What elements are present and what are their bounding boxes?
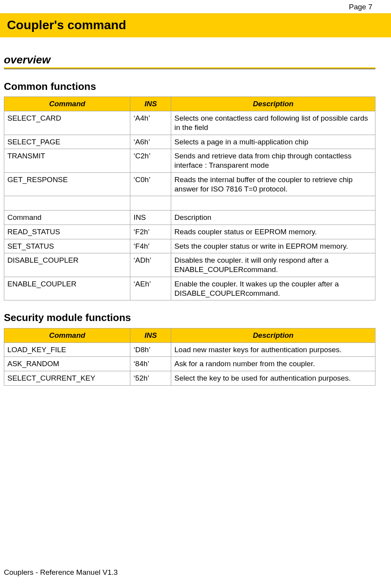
cell-desc: Disables the coupler. it will only respo… xyxy=(171,253,375,277)
col-command: Command xyxy=(4,328,130,342)
cell-ins: ‘D8h’ xyxy=(130,342,171,357)
table-header-row: Command INS Description xyxy=(4,97,375,111)
cell-desc: Enable the coupler. It wakes up the coup… xyxy=(171,277,375,300)
table-row: READ_STATUS‘F2h’Reads coupler status or … xyxy=(4,225,375,239)
cell-cmd: SET_STATUS xyxy=(4,239,130,253)
overview-heading: overview xyxy=(4,53,375,67)
cell-desc: Reads coupler status or EEPROM memory. xyxy=(171,225,375,239)
cell-ins: ‘F2h’ xyxy=(130,225,171,239)
table-row: CommandINSDescription xyxy=(4,211,375,225)
table-row: SET_STATUS‘F4h’Sets the coupler status o… xyxy=(4,239,375,253)
table-header-row: Command INS Description xyxy=(4,328,375,342)
cell-cmd: TRANSMIT xyxy=(4,149,130,173)
cell-desc: Description xyxy=(171,211,375,225)
table-row: TRANSMIT‘C2h’Sends and retrieve data fro… xyxy=(4,149,375,173)
col-ins: INS xyxy=(130,328,171,342)
cell-ins: ‘AEh’ xyxy=(130,277,171,300)
cell-ins xyxy=(130,196,171,211)
col-command: Command xyxy=(4,97,130,111)
cell-ins: ‘C0h’ xyxy=(130,172,171,196)
cell-desc: Selects one contactless card following l… xyxy=(171,111,375,135)
cell-ins: ‘A6h’ xyxy=(130,135,171,149)
common-functions-heading: Common functions xyxy=(4,80,375,93)
cell-cmd: SELECT_CURRENT_KEY xyxy=(4,371,130,386)
page-title: Coupler's command xyxy=(3,17,388,33)
title-band: Coupler's command xyxy=(0,13,391,37)
cell-cmd: DISABLE_COUPLER xyxy=(4,253,130,277)
cell-cmd: SELECT_CARD xyxy=(4,111,130,135)
cell-ins: ‘A4h’ xyxy=(130,111,171,135)
page-number: Page 7 xyxy=(4,0,375,13)
cell-cmd: SELECT_PAGE xyxy=(4,135,130,149)
cell-desc: Sets the coupler status or write in EEPR… xyxy=(171,239,375,253)
heading-divider xyxy=(4,67,375,69)
table-row xyxy=(4,196,375,211)
cell-cmd: READ_STATUS xyxy=(4,225,130,239)
footer-text: Couplers - Reference Manuel V1.3 xyxy=(4,568,118,577)
cell-desc: Selects a page in a multi-application ch… xyxy=(171,135,375,149)
cell-ins: ‘ADh’ xyxy=(130,253,171,277)
security-functions-table: Command INS Description LOAD_KEY_FILE‘D8… xyxy=(4,328,375,386)
cell-ins: INS xyxy=(130,211,171,225)
col-description: Description xyxy=(171,97,375,111)
cell-desc: Sends and retrieve data from chip throug… xyxy=(171,149,375,173)
common-functions-table: Command INS Description SELECT_CARD‘A4h’… xyxy=(4,97,375,300)
table-row: DISABLE_COUPLER‘ADh’Disables the coupler… xyxy=(4,253,375,277)
col-description: Description xyxy=(171,328,375,342)
cell-desc: Ask for a random number from the coupler… xyxy=(171,357,375,371)
cell-cmd: ASK_RANDOM xyxy=(4,357,130,371)
cell-desc: Select the key to be used for authentica… xyxy=(171,371,375,386)
cell-desc: Reads the internal buffer of the coupler… xyxy=(171,172,375,196)
table-row: SELECT_PAGE‘A6h’Selects a page in a mult… xyxy=(4,135,375,149)
table-row: LOAD_KEY_FILE‘D8h’Load new master keys f… xyxy=(4,342,375,357)
cell-cmd: GET_RESPONSE xyxy=(4,172,130,196)
cell-desc xyxy=(171,196,375,211)
cell-cmd: Command xyxy=(4,211,130,225)
cell-ins: ‘F4h’ xyxy=(130,239,171,253)
cell-ins: ‘84h’ xyxy=(130,357,171,371)
security-functions-heading: Security module functions xyxy=(4,311,375,324)
table-row: ENABLE_COUPLER‘AEh’Enable the coupler. I… xyxy=(4,277,375,300)
table-row: GET_RESPONSE‘C0h’Reads the internal buff… xyxy=(4,172,375,196)
col-ins: INS xyxy=(130,97,171,111)
cell-desc: Load new master keys for authentication … xyxy=(171,342,375,357)
table-row: ASK_RANDOM‘84h’Ask for a random number f… xyxy=(4,357,375,371)
cell-cmd xyxy=(4,196,130,211)
cell-cmd: ENABLE_COUPLER xyxy=(4,277,130,300)
table-row: SELECT_CURRENT_KEY‘52h’Select the key to… xyxy=(4,371,375,386)
cell-ins: ‘C2h’ xyxy=(130,149,171,173)
cell-ins: ‘52h’ xyxy=(130,371,171,386)
cell-cmd: LOAD_KEY_FILE xyxy=(4,342,130,357)
common-functions-body: SELECT_CARD‘A4h’Selects one contactless … xyxy=(4,111,375,300)
security-functions-body: LOAD_KEY_FILE‘D8h’Load new master keys f… xyxy=(4,342,375,385)
table-row: SELECT_CARD‘A4h’Selects one contactless … xyxy=(4,111,375,135)
